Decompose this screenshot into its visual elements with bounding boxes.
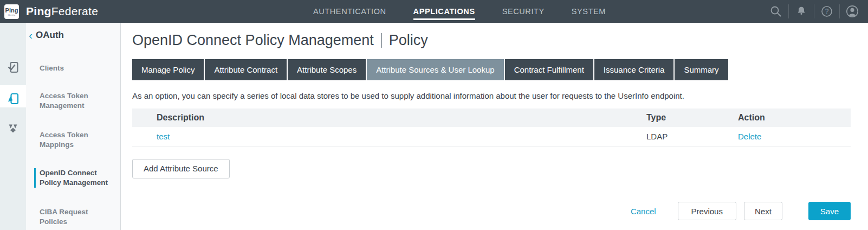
table-header-row: Description Type Action: [132, 108, 851, 127]
tab-attribute-scopes[interactable]: Attribute Scopes: [288, 59, 366, 80]
table-row: test LDAP Delete: [132, 127, 851, 146]
topbar-icon-group: ?: [763, 0, 865, 23]
wizard-tabs: Manage Policy Attribute Contract Attribu…: [132, 59, 851, 80]
access-token-mappings-icon[interactable]: [7, 122, 20, 135]
attribute-source-link[interactable]: test: [157, 132, 170, 141]
tab-attribute-contract[interactable]: Attribute Contract: [205, 59, 287, 80]
notifications-bell-icon[interactable]: [789, 0, 814, 23]
main-menu: AUTHENTICATION APPLICATIONS SECURITY SYS…: [313, 0, 606, 23]
column-header-type: Type: [646, 108, 738, 127]
column-header-description: Description: [132, 108, 646, 127]
sidebar-icon-rail: [0, 23, 26, 230]
page-description: As an option, you can specify a series o…: [132, 91, 851, 101]
sidebar-back-oauth[interactable]: ‹ OAuth: [29, 30, 64, 41]
save-button[interactable]: Save: [808, 202, 851, 220]
nav-system[interactable]: SYSTEM: [572, 0, 606, 23]
cell-description: test: [132, 127, 646, 146]
cell-type: LDAP: [646, 127, 738, 146]
cancel-link[interactable]: Cancel: [631, 207, 656, 216]
page-title-context: Policy: [389, 32, 428, 49]
footer-actions: Cancel Previous Next Save: [631, 202, 851, 220]
main-content: OpenID Connect Policy Management Policy …: [121, 23, 868, 230]
clients-icon[interactable]: [7, 61, 20, 74]
logo-subtext: Identity.: [8, 14, 16, 16]
svg-text:?: ?: [825, 8, 829, 15]
pingfederate-app: Ping Identity. PingFederate AUTHENTICATI…: [0, 0, 868, 230]
tab-contract-fulfillment[interactable]: Contract Fulfillment: [505, 59, 593, 80]
add-attribute-source-button[interactable]: Add Attribute Source: [132, 159, 230, 178]
logo-text: Ping: [5, 8, 18, 14]
sidebar-item-clients[interactable]: Clients: [34, 63, 115, 73]
nav-applications[interactable]: APPLICATIONS: [413, 0, 475, 23]
ping-identity-logo[interactable]: Ping Identity.: [4, 4, 19, 19]
tab-issuance-criteria[interactable]: Issuance Criteria: [594, 59, 674, 80]
nav-authentication[interactable]: AUTHENTICATION: [313, 0, 386, 23]
access-token-management-icon[interactable]: [7, 92, 20, 105]
brand-bold: Ping: [26, 5, 51, 18]
page-title-main: OpenID Connect Policy Management: [132, 32, 374, 49]
brand-light: Federate: [51, 5, 98, 18]
product-name: PingFederate: [26, 0, 98, 23]
tab-manage-policy[interactable]: Manage Policy: [132, 59, 204, 80]
account-avatar-icon[interactable]: [840, 0, 865, 23]
title-divider: [381, 33, 382, 48]
oauth-sidebar: ‹ OAuth Clients Access Token Management …: [0, 23, 121, 230]
sidebar-item-access-token-mappings[interactable]: Access Token Mappings: [34, 130, 115, 150]
sidebar-item-ciba-request-policies[interactable]: CIBA Request Policies: [34, 207, 115, 227]
help-icon[interactable]: ?: [814, 0, 839, 23]
chevron-left-icon: ‹: [29, 30, 33, 41]
tab-summary[interactable]: Summary: [675, 59, 728, 80]
column-header-action: Action: [738, 108, 851, 127]
sidebar-section-label: OAuth: [36, 30, 64, 41]
next-button[interactable]: Next: [744, 202, 782, 220]
delete-link[interactable]: Delete: [738, 132, 761, 141]
previous-button[interactable]: Previous: [678, 202, 736, 220]
tab-attribute-sources-user-lookup[interactable]: Attribute Sources & User Lookup: [367, 59, 503, 80]
top-navigation-bar: Ping Identity. PingFederate AUTHENTICATI…: [0, 0, 868, 23]
nav-security[interactable]: SECURITY: [502, 0, 545, 23]
page-title: OpenID Connect Policy Management Policy: [132, 32, 851, 49]
sidebar-item-access-token-management[interactable]: Access Token Management: [34, 91, 115, 111]
search-icon[interactable]: [763, 0, 788, 23]
attribute-sources-table: Description Type Action test LDAP Delete: [132, 108, 851, 147]
sidebar-item-openid-connect-policy-management[interactable]: OpenID Connect Policy Management: [34, 168, 115, 188]
cell-action: Delete: [738, 127, 851, 146]
